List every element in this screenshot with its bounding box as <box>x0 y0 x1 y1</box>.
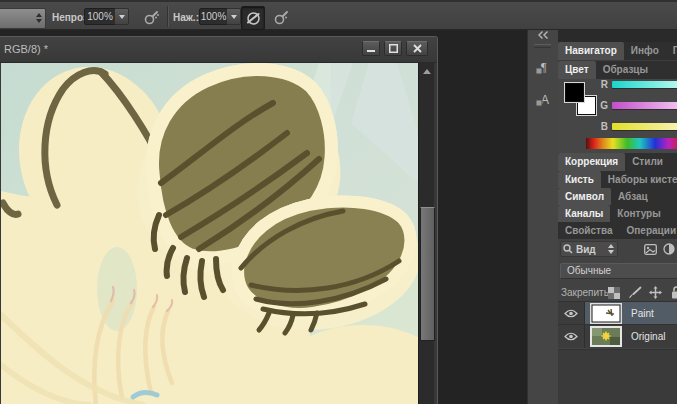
tab-character[interactable]: Символ <box>558 188 611 206</box>
airbrush-icon <box>143 9 160 26</box>
collapse-panels-icon <box>538 31 549 39</box>
panel-group-adjustments: Коррекция Стили <box>558 153 677 171</box>
foreground-color-swatch[interactable] <box>565 83 584 102</box>
channel-g-slider[interactable] <box>612 102 677 109</box>
toolbar-separator <box>167 6 168 27</box>
canvas[interactable] <box>1 63 418 404</box>
layer-name[interactable]: Paint <box>631 308 654 319</box>
lock-transparency-icon <box>608 287 620 299</box>
document-window: RGB/8) * <box>0 36 438 404</box>
airbrush-opacity-button[interactable] <box>140 6 162 28</box>
eye-icon <box>564 332 578 341</box>
panel-group-navigator: Навигатор Инфо Гистограмма <box>558 42 677 60</box>
channel-b-label: B <box>596 121 608 132</box>
layer-row-paint[interactable]: Paint <box>558 301 677 325</box>
panel-column: Навигатор Инфо Гистограмма Цвет Образцы … <box>558 30 677 404</box>
lock-row: Закрепить: <box>560 284 677 301</box>
eye-icon <box>564 309 578 318</box>
character-styles-icon: A <box>534 91 552 109</box>
minimize-button[interactable] <box>362 41 380 56</box>
document-title: RGB/8) * <box>4 43 48 55</box>
filter-spinner-icon[interactable] <box>606 244 615 255</box>
tab-styles[interactable]: Стили <box>625 153 670 171</box>
paragraph-panel-icon: ¶ <box>534 59 552 77</box>
channel-b-slider[interactable] <box>612 123 677 130</box>
layer-filter-dropdown[interactable]: Вид <box>560 241 618 257</box>
lock-transparency-button[interactable] <box>606 285 621 300</box>
tab-navigator[interactable]: Навигатор <box>558 42 624 60</box>
tab-paragraph[interactable]: Абзац <box>611 188 655 206</box>
close-icon <box>413 44 422 53</box>
layer-thumbnail-paint[interactable] <box>590 303 622 324</box>
tab-histogram[interactable]: Гистограмма <box>666 42 677 60</box>
panel-group-color: Цвет Образцы <box>558 61 677 79</box>
layer-filter-value: Вид <box>576 244 596 255</box>
lock-all-button[interactable] <box>669 285 677 300</box>
collapse-panels-button[interactable] <box>531 28 555 42</box>
layers-panel: Вид Обычные Закрепить: <box>558 239 677 404</box>
channel-g-label: G <box>596 100 608 111</box>
options-bar: Непрозр.: 100% Наж.: 100% <box>0 0 677 30</box>
opacity-input[interactable]: 100% <box>84 8 116 25</box>
maximize-button[interactable] <box>384 41 402 56</box>
paragraph-panel-button[interactable]: ¶ <box>531 56 555 80</box>
flow-dropdown-button[interactable] <box>227 8 241 25</box>
pen-pressure-toggle[interactable] <box>241 6 265 30</box>
adjustment-filter-button[interactable] <box>661 242 676 256</box>
panel-group-channels: Каналы Контуры <box>558 205 677 223</box>
preset-spinner-icon[interactable] <box>34 12 43 23</box>
channel-r-label: R <box>596 79 608 90</box>
adjustment-filter-icon <box>663 243 675 255</box>
dock-grip[interactable] <box>534 44 551 48</box>
blend-mode-dropdown[interactable]: Обычные <box>560 263 677 279</box>
layers-empty-area <box>558 349 677 404</box>
character-styles-button[interactable]: A <box>531 88 555 112</box>
pen-pressure-icon <box>245 10 262 27</box>
maximize-icon <box>389 44 398 53</box>
tab-paths[interactable]: Контуры <box>610 205 667 223</box>
document-titlebar[interactable]: RGB/8) * <box>0 37 437 63</box>
flow-label: Наж.: <box>173 12 199 23</box>
layer-visibility-toggle[interactable] <box>558 325 585 348</box>
lock-move-button[interactable] <box>648 285 663 300</box>
panel-dock-strip: ¶ A <box>527 30 558 404</box>
close-button[interactable] <box>406 41 428 56</box>
tab-info[interactable]: Инфо <box>624 42 666 60</box>
lock-paint-icon <box>628 286 642 299</box>
canvas-image[interactable] <box>1 63 418 404</box>
layer-thumbnail-original[interactable] <box>590 326 622 347</box>
minimize-icon <box>367 45 375 53</box>
tab-properties[interactable]: Свойства <box>558 222 620 240</box>
panel-group-character: Символ Абзац <box>558 188 677 206</box>
color-spectrum-ramp[interactable] <box>586 138 677 149</box>
tab-color[interactable]: Цвет <box>558 61 596 79</box>
airbrush-toggle[interactable] <box>270 6 292 28</box>
tab-actions[interactable]: Операции <box>620 222 677 240</box>
layer-visibility-toggle[interactable] <box>558 302 585 325</box>
layer-name[interactable]: Original <box>631 331 665 342</box>
airbrush-icon <box>273 9 290 26</box>
search-icon <box>563 244 573 254</box>
panel-group-layers: Свойства Операции Слои <box>558 222 677 240</box>
channel-r-slider[interactable] <box>612 81 677 88</box>
tab-swatches[interactable]: Образцы <box>596 61 655 79</box>
lock-all-icon <box>671 286 677 299</box>
image-filter-icon <box>644 244 657 255</box>
tab-brush-presets[interactable]: Наборы кистей <box>601 171 677 189</box>
tab-brush[interactable]: Кисть <box>558 171 601 189</box>
panel-group-brush: Кисть Наборы кистей <box>558 171 677 189</box>
tab-adjustments[interactable]: Коррекция <box>558 153 625 171</box>
tab-channels[interactable]: Каналы <box>558 205 610 223</box>
scrollbar-thumb[interactable] <box>420 207 435 341</box>
canvas-vertical-scrollbar[interactable] <box>418 63 434 404</box>
lock-paint-button[interactable] <box>627 285 642 300</box>
lock-move-icon <box>649 286 662 299</box>
dock-top-spacer <box>558 30 677 42</box>
color-panel: R G B <box>558 79 677 153</box>
layer-row-original[interactable]: Original <box>558 324 677 348</box>
tool-preset-dropdown[interactable] <box>0 8 46 29</box>
opacity-dropdown-button[interactable] <box>115 8 129 25</box>
image-filter-button[interactable] <box>643 242 658 256</box>
scroll-up-icon[interactable] <box>419 65 435 77</box>
flow-input[interactable]: 100% <box>199 8 228 25</box>
